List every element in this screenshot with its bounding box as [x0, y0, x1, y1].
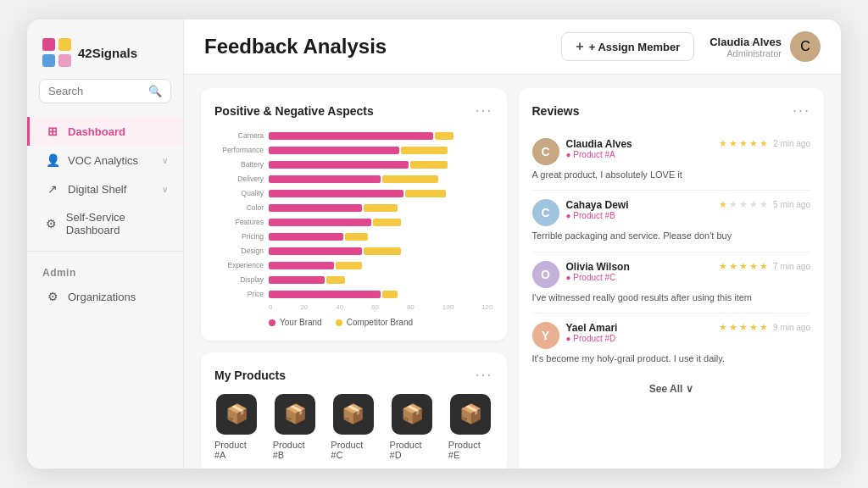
svg-rect-2: [58, 38, 71, 51]
products-card: My Products ··· 📦Product #A📦Product #B📦P…: [201, 352, 507, 469]
chart-bar-row: Delivery: [214, 173, 493, 185]
product-item[interactable]: 📦Product #D: [390, 394, 435, 460]
sidebar-item-label: Self-Service Dashboard: [66, 211, 168, 236]
sidebar-divider: [27, 251, 183, 252]
dashboard-grid: Positive & Negative Aspects ··· CameraPe…: [184, 75, 841, 469]
sidebar-item-voc[interactable]: 👤 VOC Analytics ∨: [27, 146, 183, 175]
product-item[interactable]: 📦Product #A: [214, 394, 259, 460]
legend-item: Your Brand: [269, 318, 322, 327]
product-label: Product #D: [390, 440, 435, 460]
sidebar-item-organizations[interactable]: ⚙ Organizations: [27, 282, 183, 311]
product-item[interactable]: 📦Product #C: [331, 394, 376, 460]
chart-title: Positive & Negative Aspects: [214, 104, 374, 118]
chart-bar-row: Camera: [214, 130, 493, 141]
chevron-down-icon: ∨: [162, 156, 168, 165]
digital-shelf-icon: ↗: [45, 182, 60, 196]
chart-bar-row: Price: [214, 288, 493, 300]
products-header: My Products ···: [214, 366, 493, 384]
plus-icon: +: [576, 39, 583, 54]
review-item: YYael Amari● Product #D★★★★★9 min agoIt'…: [532, 313, 811, 374]
chart-bar-row: Pricing: [214, 230, 493, 242]
product-icon: 📦: [450, 394, 491, 435]
product-item[interactable]: 📦Product #B: [273, 394, 318, 460]
user-info: Claudia Alves Administrator C: [709, 31, 821, 62]
chevron-down-icon: ∨: [162, 185, 168, 194]
see-all-button[interactable]: See All ∨: [532, 374, 811, 395]
main-window: 42Signals 🔍 ⊞ Dashboard 👤 VOC Analytics …: [27, 19, 841, 469]
reviews-list: CClaudia Alves● Product #A★★★★★2 min ago…: [532, 130, 811, 374]
reviewer-avatar: O: [532, 261, 559, 288]
review-item: CClaudia Alves● Product #A★★★★★2 min ago…: [532, 130, 811, 191]
products-title: My Products: [214, 369, 286, 382]
product-label: Product #C: [331, 440, 376, 460]
user-name: Claudia Alves: [709, 36, 782, 48]
chart-bar-row: Experience: [214, 259, 493, 271]
product-icon: 📦: [275, 394, 315, 435]
review-item: CCahaya Dewi● Product #B★★★★★5 min agoTe…: [532, 191, 811, 252]
voc-icon: 👤: [45, 153, 60, 167]
chart-bar-row: Design: [214, 245, 493, 257]
organizations-icon: ⚙: [45, 290, 60, 303]
assign-member-label: + Assign Member: [589, 41, 681, 53]
svg-rect-3: [42, 54, 55, 67]
products-grid: 📦Product #A📦Product #B📦Product #C📦Produc…: [214, 394, 493, 460]
self-service-icon: ⚙: [45, 217, 58, 230]
user-role: Administrator: [709, 48, 782, 58]
page-title: Feedback Analysis: [204, 35, 561, 58]
chart-legend: Your BrandCompetitor Brand: [269, 318, 493, 327]
sidebar-nav: ⊞ Dashboard 👤 VOC Analytics ∨ ↗ Digital …: [27, 117, 183, 469]
review-item: OOlivia Wilson● Product #C★★★★★7 min ago…: [532, 252, 811, 313]
main-content: Feedback Analysis + + Assign Member Clau…: [184, 19, 841, 469]
reviewer-avatar: C: [532, 138, 559, 165]
product-label: Product #B: [273, 440, 318, 460]
product-item[interactable]: 📦Product #E: [448, 394, 493, 460]
reviews-title: Reviews: [532, 104, 580, 118]
reviewer-avatar: C: [532, 199, 559, 226]
avatar: C: [790, 31, 821, 62]
search-input[interactable]: [48, 85, 143, 97]
reviews-menu-icon[interactable]: ···: [793, 102, 810, 119]
chart-bar-row: Display: [214, 274, 493, 286]
topbar: Feedback Analysis + + Assign Member Clau…: [184, 19, 841, 75]
product-icon: 📦: [333, 394, 374, 435]
logo-text: 42Signals: [78, 46, 137, 60]
chart-menu-icon[interactable]: ···: [475, 102, 492, 119]
sidebar-item-label: Dashboard: [68, 125, 125, 138]
sidebar-item-digital-shelf[interactable]: ↗ Digital Shelf ∨: [27, 175, 183, 203]
reviews-card: Reviews ··· CClaudia Alves● Product #A★★…: [519, 88, 825, 469]
sidebar: 42Signals 🔍 ⊞ Dashboard 👤 VOC Analytics …: [27, 19, 184, 469]
search-icon: 🔍: [148, 85, 162, 97]
product-label: Product #A: [214, 440, 259, 460]
reviews-header: Reviews ···: [532, 102, 811, 119]
product-label: Product #E: [448, 440, 493, 460]
chart-bar-row: Quality: [214, 187, 493, 199]
chart-x-axis: 020406080100120: [269, 303, 493, 311]
sidebar-item-label: Digital Shelf: [68, 183, 126, 196]
chart-bar-row: Battery: [214, 158, 493, 170]
products-menu-icon[interactable]: ···: [475, 366, 492, 384]
chart-header: Positive & Negative Aspects ···: [214, 102, 493, 119]
chart-bar-row: Color: [214, 202, 493, 214]
reviewer-avatar: Y: [532, 322, 559, 349]
product-icon: 📦: [216, 394, 257, 435]
chart-bar-row: Features: [214, 216, 493, 228]
sidebar-item-dashboard[interactable]: ⊞ Dashboard: [27, 117, 183, 146]
logo-area: 42Signals: [27, 19, 183, 79]
chart-bar-row: Performance: [214, 144, 493, 156]
chart-card: Positive & Negative Aspects ··· CameraPe…: [201, 88, 507, 341]
sidebar-item-label: VOC Analytics: [68, 154, 138, 167]
assign-member-button[interactable]: + + Assign Member: [561, 32, 694, 61]
legend-item: Competitor Brand: [336, 318, 413, 327]
chart-bars: CameraPerformanceBatteryDeliveryQualityC…: [214, 130, 493, 300]
user-details: Claudia Alves Administrator: [709, 36, 782, 58]
product-icon: 📦: [392, 394, 432, 435]
dashboard-icon: ⊞: [45, 125, 60, 138]
admin-label: Admin: [27, 258, 183, 282]
sidebar-item-label: Organizations: [68, 291, 136, 303]
search-box[interactable]: 🔍: [39, 79, 171, 103]
avatar-letter: C: [800, 39, 810, 54]
logo-icon: [42, 38, 71, 67]
sidebar-item-self-service[interactable]: ⚙ Self-Service Dashboard: [27, 203, 183, 244]
svg-rect-4: [58, 54, 71, 67]
svg-rect-1: [42, 38, 55, 51]
